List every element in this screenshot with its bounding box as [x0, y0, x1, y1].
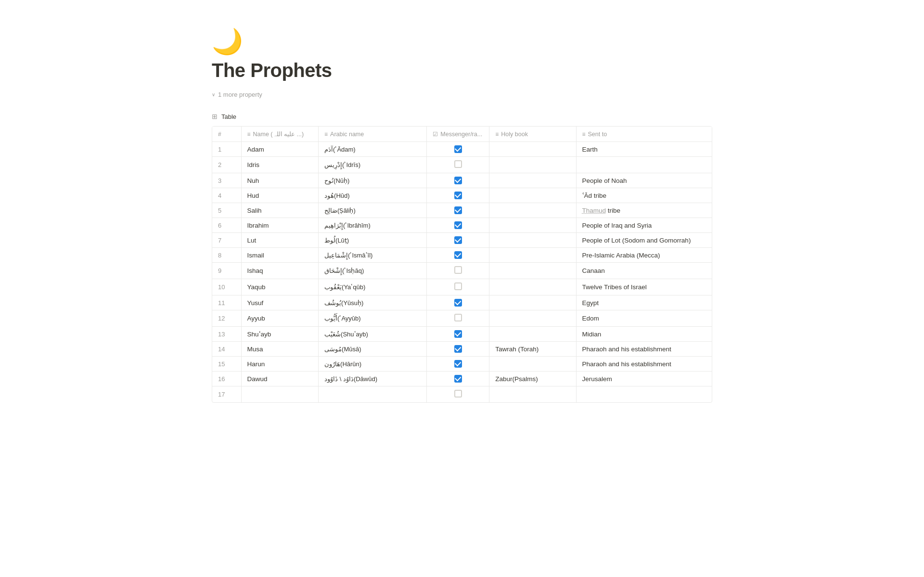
messenger-checkbox[interactable] [454, 221, 462, 229]
messenger-checkbox[interactable] [454, 299, 462, 307]
messenger-checkbox[interactable] [454, 390, 462, 397]
table-row[interactable]: 4Hudهُود(Hūd)ʿĀd tribe [212, 188, 712, 203]
table-row[interactable]: 11Yusufيُوشُف(Yūsuḥ)Egypt [212, 295, 712, 310]
table-row[interactable]: 9Ishaqإِشْحَاق(ʾIsḥāq)Canaan [212, 263, 712, 279]
cell-messenger[interactable] [427, 342, 489, 357]
cell-name [241, 386, 319, 403]
cell-name: Lut [241, 233, 319, 248]
cell-messenger[interactable] [427, 173, 489, 188]
table-row[interactable]: 6Ibrahimإِبْرَاهِيم(ʾIbrāhīm)People of I… [212, 218, 712, 233]
cell-name: Musa [241, 342, 319, 357]
col-holy-label: Holy book [501, 131, 528, 138]
cell-messenger[interactable] [427, 233, 489, 248]
table-row[interactable]: 1Adamآدَم(ʾĀdam)Earth [212, 142, 712, 157]
cell-holy-book [489, 157, 576, 173]
cell-arabic: يَعْقُوب(Yaʿqūb) [319, 279, 427, 295]
cell-sent-to: Pre-Islamic Arabia (Mecca) [576, 248, 712, 263]
cell-name: Dawud [241, 372, 319, 386]
messenger-checkbox[interactable] [454, 251, 462, 259]
page-container: 🌙 The Prophets ∨ 1 more property ⊞ Table… [173, 0, 751, 422]
table-row[interactable]: 16Dawudدَاوُد \ ذَاوُود(Dāwūd)Zabur(Psal… [212, 372, 712, 386]
cell-name: Yusuf [241, 295, 319, 310]
cell-messenger[interactable] [427, 157, 489, 173]
cell-holy-book [489, 386, 576, 403]
arabic-col-icon: ≡ [324, 131, 328, 138]
cell-num: 2 [212, 157, 241, 173]
table-row[interactable]: 14Musaمُوسَى(Mūsā)Tawrah (Torah)Pharaoh … [212, 342, 712, 357]
cell-sent-to: Midian [576, 327, 712, 342]
table-row[interactable]: 8Ismailإِشْمَاعِيل(ʾIsmāʾīl)Pre-Islamic … [212, 248, 712, 263]
cell-messenger[interactable] [427, 188, 489, 203]
messenger-checkbox[interactable] [454, 206, 462, 214]
cell-arabic: نُوح(Nūḥ) [319, 173, 427, 188]
messenger-checkbox[interactable] [454, 266, 462, 274]
col-header-name[interactable]: ≡ Name (عليه اللہ ...) [241, 127, 319, 142]
cell-num: 7 [212, 233, 241, 248]
cell-sent-to: Pharaoh and his establishment [576, 357, 712, 372]
cell-arabic: يُوشُف(Yūsuḥ) [319, 295, 427, 310]
cell-messenger[interactable] [427, 248, 489, 263]
cell-num: 11 [212, 295, 241, 310]
cell-messenger[interactable] [427, 263, 489, 279]
cell-messenger[interactable] [427, 142, 489, 157]
more-property-toggle[interactable]: ∨ 1 more property [212, 91, 712, 98]
cell-messenger[interactable] [427, 386, 489, 403]
table-row[interactable]: 10Yaqubيَعْقُوب(Yaʿqūb)Twelve Tribes of … [212, 279, 712, 295]
cell-holy-book: Tawrah (Torah) [489, 342, 576, 357]
cell-sent-to [576, 157, 712, 173]
cell-num: 9 [212, 263, 241, 279]
table-row[interactable]: 15Harunهَارُون(Hārūn)Pharaoh and his est… [212, 357, 712, 372]
cell-sent-to: Twelve Tribes of Israel [576, 279, 712, 295]
cell-messenger[interactable] [427, 218, 489, 233]
section-header: ⊞ Table [212, 113, 712, 120]
messenger-checkbox[interactable] [454, 192, 462, 199]
messenger-checkbox[interactable] [454, 160, 462, 168]
col-header-arabic[interactable]: ≡ Arabic name [319, 127, 427, 142]
col-header-num[interactable]: # [212, 127, 241, 142]
sent-col-icon: ≡ [582, 131, 586, 138]
cell-sent-to: Pharaoh and his establishment [576, 342, 712, 357]
table-row[interactable]: 5Salihصَالِح(Ṣāliḥ)Thamud tribe [212, 203, 712, 218]
cell-name: Ayyub [241, 310, 319, 327]
col-header-sent-to[interactable]: ≡ Sent to [576, 127, 712, 142]
cell-num: 3 [212, 173, 241, 188]
cell-messenger[interactable] [427, 279, 489, 295]
messenger-checkbox[interactable] [454, 145, 462, 153]
cell-arabic: إِشْحَاق(ʾIsḥāq) [319, 263, 427, 279]
cell-messenger[interactable] [427, 372, 489, 386]
messenger-checkbox[interactable] [454, 236, 462, 244]
cell-arabic: أَيُّوب(ʾAyyūb) [319, 310, 427, 327]
table-header-row: # ≡ Name (عليه اللہ ...) ≡ Arabic name [212, 127, 712, 142]
cell-arabic [319, 386, 427, 403]
cell-messenger[interactable] [427, 357, 489, 372]
table-row[interactable]: 13Shuʿaybشُعَيْب(Shuʿayb)Midian [212, 327, 712, 342]
messenger-checkbox[interactable] [454, 330, 462, 338]
col-header-messenger[interactable]: ☑ Messenger/ra... [427, 127, 489, 142]
cell-arabic: هَارُون(Hārūn) [319, 357, 427, 372]
table-row[interactable]: 12Ayyubأَيُّوب(ʾAyyūb)Edom [212, 310, 712, 327]
cell-num: 10 [212, 279, 241, 295]
cell-num: 16 [212, 372, 241, 386]
messenger-checkbox[interactable] [454, 314, 462, 321]
cell-sent-to: People of Lot (Sodom and Gomorrah) [576, 233, 712, 248]
col-header-holy-book[interactable]: ≡ Holy book [489, 127, 576, 142]
table-row[interactable]: 7Lutلُوط(Lūṭ)People of Lot (Sodom and Go… [212, 233, 712, 248]
cell-holy-book [489, 218, 576, 233]
cell-messenger[interactable] [427, 327, 489, 342]
thamud-link[interactable]: Thamud [582, 207, 606, 214]
table-row[interactable]: 3Nuhنُوح(Nūḥ)People of Noah [212, 173, 712, 188]
cell-messenger[interactable] [427, 295, 489, 310]
messenger-checkbox[interactable] [454, 375, 462, 383]
messenger-checkbox[interactable] [454, 360, 462, 368]
cell-holy-book [489, 248, 576, 263]
table-row[interactable]: 17 [212, 386, 712, 403]
cell-holy-book [489, 142, 576, 157]
page-icon: 🌙 [212, 29, 712, 54]
cell-messenger[interactable] [427, 203, 489, 218]
table-row[interactable]: 2Idrisإِدْرِيس(ʾIdrīs) [212, 157, 712, 173]
cell-name: Idris [241, 157, 319, 173]
messenger-checkbox[interactable] [454, 177, 462, 184]
messenger-checkbox[interactable] [454, 345, 462, 353]
messenger-checkbox[interactable] [454, 282, 462, 290]
cell-messenger[interactable] [427, 310, 489, 327]
